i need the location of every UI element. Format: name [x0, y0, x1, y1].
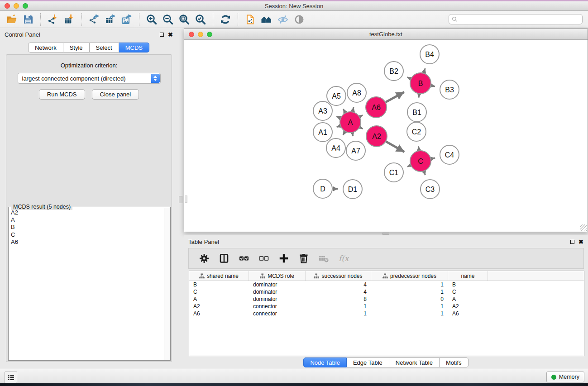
cell-successor-nodes[interactable]: 1	[306, 310, 371, 317]
node-A8[interactable]: A8	[347, 83, 366, 102]
cell-shared-name[interactable]: A2	[189, 303, 249, 310]
node-B3[interactable]: B3	[440, 80, 459, 99]
network-graph[interactable]: AA1A2A3A4A5A6A7A8BB1B2B3B4CC1C2C3C4DD1	[184, 40, 588, 232]
show-columns-icon[interactable]	[217, 252, 231, 265]
cell-MCDS-role[interactable]: dominator	[249, 289, 306, 295]
edge-B-B4[interactable]	[424, 68, 425, 73]
edge-C-C3[interactable]	[424, 172, 425, 175]
float-panel-icon[interactable]	[160, 33, 164, 37]
edge-C-C4[interactable]	[431, 158, 435, 159]
home-network-icon[interactable]	[260, 13, 273, 26]
app-titlebar[interactable]: Session: New Session	[0, 1, 588, 11]
node-B[interactable]: B	[410, 73, 431, 94]
result-item[interactable]: A2	[11, 209, 163, 216]
result-scrollbar[interactable]	[164, 208, 170, 360]
run-mcds-button[interactable]: Run MCDS	[39, 89, 85, 100]
cell-MCDS-role[interactable]: connector	[249, 303, 306, 310]
cell-successor-nodes[interactable]: 4	[306, 281, 371, 288]
node-B4[interactable]: B4	[420, 45, 439, 64]
node-A5[interactable]: A5	[327, 86, 346, 105]
cell-MCDS-role[interactable]: dominator	[249, 281, 306, 288]
delete-rows-icon[interactable]	[297, 252, 311, 265]
zoom-fit-icon[interactable]	[177, 13, 191, 26]
cell-successor-nodes[interactable]: 1	[306, 303, 371, 310]
tab-style[interactable]: Style	[63, 43, 90, 52]
cell-predecessor-nodes[interactable]: 0	[371, 296, 448, 302]
search-input[interactable]	[460, 16, 579, 23]
node-C2[interactable]: C2	[407, 122, 426, 141]
tab-node-table[interactable]: Node Table	[303, 357, 347, 367]
edge-A6-B[interactable]	[386, 92, 404, 102]
node-A[interactable]: A	[340, 112, 361, 133]
cell-successor-nodes[interactable]: 4	[306, 289, 371, 295]
cell-predecessor-nodes[interactable]: 1	[371, 310, 448, 317]
cell-name[interactable]: B	[448, 281, 488, 288]
refresh-layout-icon[interactable]	[219, 13, 232, 26]
edge-A-A4[interactable]	[343, 132, 345, 135]
edge-A-A6[interactable]	[360, 115, 363, 117]
cell-name[interactable]: A2	[448, 303, 488, 310]
optimization-criterion-select[interactable]: largest connected component (directed)	[18, 73, 161, 84]
tab-network[interactable]: Network	[28, 43, 63, 52]
open-session-icon[interactable]	[5, 13, 19, 26]
column-header-MCDS-role[interactable]: MCDS role	[249, 271, 306, 281]
window-resize-grip[interactable]	[580, 224, 587, 231]
zoom-out-icon[interactable]	[161, 13, 175, 26]
node-C3[interactable]: C3	[421, 180, 440, 199]
unselect-all-icon[interactable]	[257, 252, 271, 265]
cell-predecessor-nodes[interactable]: 1	[371, 289, 448, 295]
export-network-icon[interactable]	[87, 13, 101, 26]
cell-name[interactable]: A6	[448, 310, 488, 317]
node-C4[interactable]: C4	[440, 145, 459, 164]
edge-A-A5[interactable]	[343, 109, 345, 113]
close-panel-button[interactable]: Close panel	[92, 89, 139, 100]
result-item[interactable]: A	[11, 216, 163, 224]
cell-predecessor-nodes[interactable]: 1	[371, 281, 448, 288]
node-C[interactable]: C	[410, 151, 431, 172]
zoom-selected-icon[interactable]	[194, 13, 207, 26]
node-D[interactable]: D	[313, 179, 332, 198]
vertical-splitter-grip[interactable]	[179, 196, 182, 203]
import-network-icon[interactable]	[46, 13, 60, 26]
network-canvas[interactable]: AA1A2A3A4A5A6A7A8BB1B2B3B4CC1C2C3C4DD1	[184, 40, 588, 232]
mcds-result-list[interactable]: A2ABCA6	[9, 208, 163, 360]
cell-shared-name[interactable]: A6	[189, 310, 249, 317]
tab-motifs[interactable]: Motifs	[440, 357, 468, 367]
edge-B-B2[interactable]	[407, 77, 411, 79]
column-header-successor-nodes[interactable]: successor nodes	[306, 271, 371, 281]
network-view-window[interactable]: testGlobe.txt AA1A2A3A4A5A6A7A8BB1B2B3B4…	[184, 29, 588, 232]
cell-shared-name[interactable]: C	[189, 289, 249, 295]
edge-A-A2[interactable]	[360, 127, 363, 129]
cell-shared-name[interactable]: A	[189, 296, 249, 302]
tab-select[interactable]: Select	[90, 43, 119, 52]
edge-A2-C[interactable]	[386, 142, 404, 152]
edge-B-B3[interactable]	[431, 86, 435, 86]
column-header-shared-name[interactable]: shared name	[189, 271, 249, 281]
canvas-edge-grip[interactable]	[185, 195, 187, 203]
close-table-panel-icon[interactable]: ✖	[578, 240, 583, 244]
edge-C-C2[interactable]	[418, 146, 419, 150]
cell-MCDS-role[interactable]: connector	[249, 310, 306, 317]
node-C1[interactable]: C1	[384, 163, 403, 182]
table-row[interactable]: A2connector11A2	[189, 303, 584, 310]
table-row[interactable]: Adominator80A	[189, 295, 584, 303]
tab-edge-table[interactable]: Edge Table	[347, 357, 389, 367]
network-window-titlebar[interactable]: testGlobe.txt	[184, 29, 588, 40]
cell-predecessor-nodes[interactable]: 1	[371, 303, 448, 310]
zoom-in-icon[interactable]	[145, 13, 158, 26]
cell-shared-name[interactable]: B	[189, 281, 249, 288]
hide-glasses-icon[interactable]	[276, 13, 290, 26]
horizontal-splitter-grip[interactable]	[382, 233, 389, 235]
float-table-panel-icon[interactable]	[570, 240, 574, 244]
cell-name[interactable]: A	[448, 296, 488, 302]
column-header-name[interactable]: name	[448, 271, 488, 281]
result-item[interactable]: C	[11, 231, 163, 238]
result-item[interactable]: B	[11, 224, 163, 231]
table-row[interactable]: Bdominator41B	[189, 281, 584, 288]
edge-C-C1[interactable]	[407, 165, 411, 167]
memory-button[interactable]: Memory	[546, 372, 584, 382]
cell-MCDS-role[interactable]: dominator	[249, 296, 306, 302]
import-table-icon[interactable]	[62, 13, 76, 26]
edge-A-A8[interactable]	[353, 107, 354, 112]
node-table[interactable]: shared nameMCDS rolesuccessor nodesprede…	[189, 271, 584, 356]
